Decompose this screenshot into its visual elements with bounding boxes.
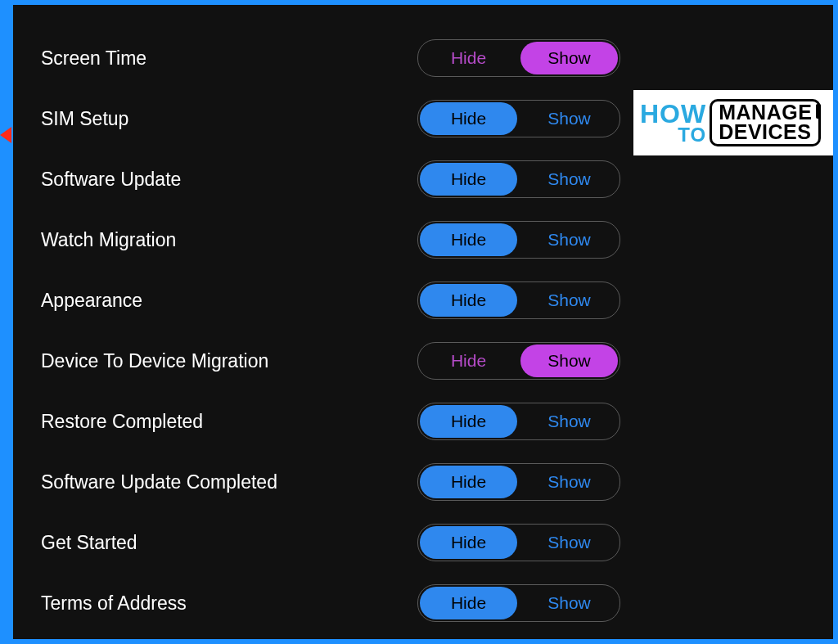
hide-show-toggle[interactable]: Hide Show xyxy=(417,524,620,561)
setting-row: Restore Completed Hide Show xyxy=(41,391,805,452)
logo-text-devices: DEVICES xyxy=(719,123,812,142)
setting-row: Terms of Address Hide Show xyxy=(41,573,805,633)
toggle-hide-option[interactable]: Hide xyxy=(420,526,517,559)
toggle-hide-option[interactable]: Hide xyxy=(420,102,517,135)
setting-row: Appearance Hide Show xyxy=(41,270,805,331)
toggle-hide-option[interactable]: Hide xyxy=(420,163,517,196)
toggle-show-option[interactable]: Show xyxy=(520,223,618,256)
hide-show-toggle[interactable]: Hide Show xyxy=(417,584,620,622)
setting-label: Device To Device Migration xyxy=(41,350,417,372)
hide-show-toggle[interactable]: Hide Show xyxy=(417,463,620,501)
setting-label: Software Update Completed xyxy=(41,471,417,493)
toggle-show-option[interactable]: Show xyxy=(520,466,618,498)
toggle-show-option[interactable]: Show xyxy=(520,587,618,619)
toggle-show-option[interactable]: Show xyxy=(520,42,618,74)
setting-label: Screen Time xyxy=(41,47,417,70)
setting-row: Screen Time Hide Show xyxy=(41,28,805,88)
how-to-manage-devices-logo: HOW TO MANAGE DEVICES xyxy=(633,90,833,155)
hide-show-toggle[interactable]: Hide Show xyxy=(417,281,620,319)
toggle-show-option[interactable]: Show xyxy=(520,345,618,377)
hide-show-toggle[interactable]: Hide Show xyxy=(417,100,620,137)
setting-label: Get Started xyxy=(41,532,417,554)
toggle-hide-option[interactable]: Hide xyxy=(420,587,517,619)
toggle-hide-option[interactable]: Hide xyxy=(420,466,517,498)
setting-row: Device To Device Migration Hide Show xyxy=(41,331,805,391)
setting-label: Watch Migration xyxy=(41,229,417,251)
hide-show-toggle[interactable]: Hide Show xyxy=(417,221,620,259)
setting-row: Software Update Completed Hide Show xyxy=(41,452,805,512)
toggle-hide-option[interactable]: Hide xyxy=(420,284,517,317)
logo-notch-icon xyxy=(816,104,821,119)
setting-label: Restore Completed xyxy=(41,411,417,433)
hide-show-toggle[interactable]: Hide Show xyxy=(417,160,620,198)
edge-arrow-icon xyxy=(0,127,11,143)
setting-row: Software Update Hide Show xyxy=(41,149,805,209)
setting-row: Get Started Hide Show xyxy=(41,512,805,573)
setting-label: SIM Setup xyxy=(41,108,417,130)
toggle-hide-option[interactable]: Hide xyxy=(420,223,517,256)
toggle-hide-option[interactable]: Hide xyxy=(420,42,517,74)
toggle-show-option[interactable]: Show xyxy=(520,102,618,135)
setting-label: Appearance xyxy=(41,290,417,312)
toggle-show-option[interactable]: Show xyxy=(520,163,618,196)
setting-label: Terms of Address xyxy=(41,592,417,615)
setting-row: Watch Migration Hide Show xyxy=(41,209,805,270)
toggle-hide-option[interactable]: Hide xyxy=(420,345,517,377)
logo-text-how: HOW xyxy=(640,102,706,126)
toggle-show-option[interactable]: Show xyxy=(520,526,618,559)
hide-show-toggle[interactable]: Hide Show xyxy=(417,342,620,380)
hide-show-toggle[interactable]: Hide Show xyxy=(417,39,620,77)
toggle-hide-option[interactable]: Hide xyxy=(420,405,517,438)
toggle-show-option[interactable]: Show xyxy=(520,405,618,438)
logo-text-to: TO xyxy=(678,126,706,144)
setting-label: Software Update xyxy=(41,169,417,191)
toggle-show-option[interactable]: Show xyxy=(520,284,618,317)
hide-show-toggle[interactable]: Hide Show xyxy=(417,403,620,440)
